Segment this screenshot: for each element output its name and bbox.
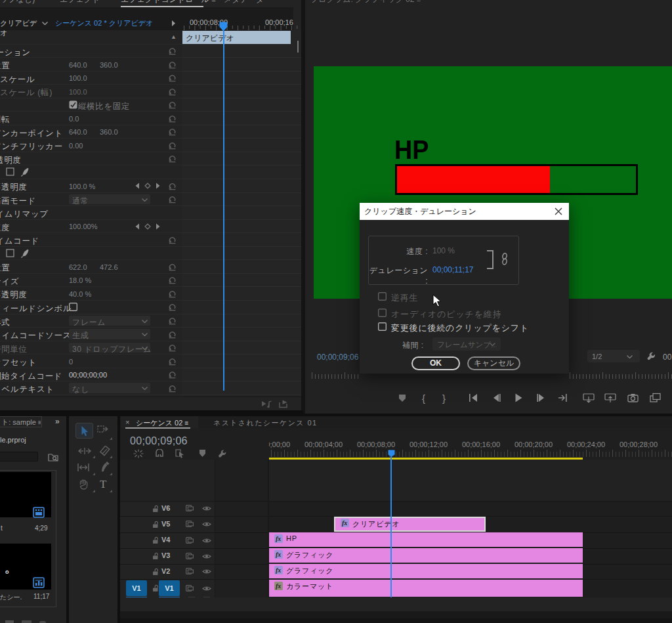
svg-text:fx: fx <box>276 551 281 558</box>
svg-text:fx: fx <box>342 519 347 526</box>
svg-text:fx: fx <box>276 535 281 542</box>
svg-text:fx: fx <box>276 567 281 574</box>
svg-text:fx: fx <box>276 582 281 590</box>
